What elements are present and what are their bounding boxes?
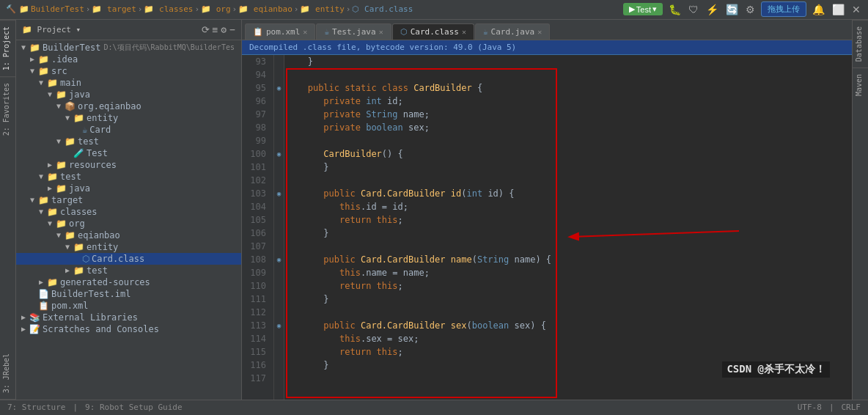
card-java-icon: ☕ (483, 27, 488, 37)
tree-item-org[interactable]: ▼ 📁 org (16, 218, 241, 229)
code-line-109: this.name = name; (292, 266, 852, 279)
tree-item-entity2[interactable]: ▼ 📁 entity (16, 241, 241, 253)
sidebar-header: 📁 Project ▾ ⟳ ≡ ⚙ − (16, 20, 241, 40)
code-line-97: private String name; (292, 108, 852, 121)
watermark: CSDN @杀手不太冷！ (722, 361, 830, 378)
test-java-icon: ☕ (324, 27, 329, 37)
status-line-sep: | (829, 403, 834, 412)
tree-item-src[interactable]: ▼ 📁 src (16, 65, 241, 77)
tab-pom-close[interactable]: ✕ (303, 28, 307, 36)
decompile-info-text: Decompiled .class file, bytecode version… (249, 43, 516, 52)
right-tab-database[interactable]: Database (853, 20, 868, 67)
tree-item-iml[interactable]: ▶ 📄 BuilderTest.iml (16, 288, 241, 300)
tree-item-test-src[interactable]: ▼ 📁 test (16, 136, 241, 147)
close-window-button[interactable]: ✕ (850, 2, 862, 17)
code-line-115: return this; (292, 345, 852, 359)
debug-button[interactable]: 🐛 (667, 2, 683, 17)
code-line-107 (292, 240, 852, 253)
tree-item-scratches[interactable]: ▶ 📝 Scratches and Consoles (16, 323, 241, 335)
tab-card-java-close[interactable]: ✕ (537, 28, 542, 36)
tree-item-ext-libs[interactable]: ▶ 📚 External Libraries (16, 312, 241, 323)
upload-button[interactable]: 拖拽上传 (761, 1, 806, 17)
vtab-jrebel[interactable]: 3: JRebel (0, 348, 15, 400)
tree-item-Test-java[interactable]: ▶ 🧪 Test (16, 147, 241, 159)
tab-card-class-label: Card.class (411, 27, 459, 37)
tree-item-target[interactable]: ▼ 📁 target (16, 194, 241, 206)
vtab-favorites[interactable]: 2: Favorites (0, 76, 15, 142)
code-line-99 (292, 134, 852, 147)
tab-test-close[interactable]: ✕ (379, 28, 383, 36)
sync-icon[interactable]: ⟳ (202, 24, 210, 35)
sidebar-title: 📁 Project ▾ (22, 25, 199, 34)
coverage-button[interactable]: 🛡 (687, 2, 700, 17)
sidebar-action-icons: ⟳ ≡ ⚙ − (202, 24, 235, 35)
vtab-structure[interactable]: 7: Structure (7, 403, 65, 412)
tree-item-main[interactable]: ▼ 📁 main (16, 77, 241, 89)
top-toolbar: 🔨 📁 BuilderTest › 📁 target › 📁 classes ›… (0, 0, 868, 20)
decompile-info-bar: Decompiled .class file, bytecode version… (242, 40, 852, 55)
card-class-icon: ⬡ (400, 27, 408, 37)
tree-item-test2[interactable]: ▶ 📁 test (16, 265, 241, 276)
code-line-95: public static class CardBuilder { (292, 81, 852, 95)
app-container: 🔨 📁 BuilderTest › 📁 target › 📁 classes ›… (0, 0, 868, 415)
code-line-105: return this; (292, 213, 852, 227)
vtab-robot[interactable]: 9: Robot Setup Guide (85, 403, 182, 412)
vtab-project[interactable]: 1: Project (0, 20, 15, 76)
code-line-104: this.id = id; (292, 200, 852, 213)
tree-item-test-src2[interactable]: ▼ 📁 test (16, 171, 241, 183)
tree-item-card-class[interactable]: ▶ ⬡ Card.class (16, 253, 241, 265)
tree-item-resources[interactable]: ▶ 📁 resources (16, 159, 241, 171)
code-editor[interactable]: 93 94 95 96 97 98 99 100 101 102 103 104… (242, 55, 852, 400)
tree-item-java2[interactable]: ▶ 📁 java (16, 183, 241, 194)
code-line-102 (292, 174, 852, 187)
notifications-button[interactable]: 🔔 (811, 2, 826, 17)
breadcrumb: 📁 BuilderTest › 📁 target › 📁 classes › 📁… (19, 4, 620, 14)
code-line-93: } (292, 55, 852, 68)
code-line-110: return this; (292, 279, 852, 293)
code-line-111: } (292, 293, 852, 306)
code-line-94 (292, 68, 852, 81)
code-line-101: } (292, 161, 852, 174)
tab-card-java[interactable]: ☕ Card.java ✕ (475, 23, 550, 40)
status-bar: 7: Structure | 9: Robot Setup Guide UTF-… (0, 400, 868, 415)
tree-item-entity[interactable]: ▼ 📁 entity (16, 112, 241, 124)
line-numbers: 93 94 95 96 97 98 99 100 101 102 103 104… (242, 55, 274, 400)
profile-button[interactable]: ⚡ (705, 2, 720, 17)
tab-card-class[interactable]: ⬡ Card.class ✕ (392, 23, 474, 40)
code-line-108: public Card.CardBuilder name(String name… (292, 253, 852, 266)
code-line-106: } (292, 227, 852, 240)
tree-item-pom[interactable]: ▶ 📋 pom.xml (16, 300, 241, 312)
code-line-96: private int id; (292, 95, 852, 108)
status-separator: | (73, 403, 78, 412)
close-sidebar-icon[interactable]: − (229, 24, 235, 35)
gear-icon[interactable]: ⚙ (221, 24, 227, 35)
reload-button[interactable]: 🔄 (724, 2, 740, 17)
code-line-100: CardBuilder() { (292, 147, 852, 161)
toolbar-actions: ▶ Test ▾ 🐛 🛡 ⚡ 🔄 ⚙ 拖拽上传 🔔 ⬜ ✕ (623, 1, 862, 17)
code-content[interactable]: } public static class CardBuilder { priv… (284, 55, 852, 400)
tab-test-label: Test.java (332, 27, 376, 37)
tree-item-buildertest[interactable]: ▼ 📁 BuilderTest D:\项目代码\RabbitMQ\Builder… (16, 42, 241, 54)
collapse-icon[interactable]: ≡ (213, 24, 218, 35)
tab-pom[interactable]: 📋 pom.xml ✕ (245, 23, 315, 40)
tree-item-org-eqianbao[interactable]: ▼ 📦 org.eqianbao (16, 100, 241, 112)
app-logo: 🔨 (6, 4, 16, 14)
settings-button[interactable]: ⚙ (744, 2, 757, 17)
tree-item-classes[interactable]: ▼ 📁 classes (16, 206, 241, 218)
code-line-98: private boolean sex; (292, 121, 852, 134)
project-tree: ▼ 📁 BuilderTest D:\项目代码\RabbitMQ\Builder… (16, 40, 241, 400)
right-panel: Database Maven (852, 20, 868, 400)
tree-item-java[interactable]: ▼ 📁 java (16, 89, 241, 100)
tab-test-java[interactable]: ☕ Test.java ✕ (316, 23, 391, 40)
run-button[interactable]: ▶ Test ▾ (623, 3, 663, 15)
code-line-103: public Card.CardBuilder id(int id) { (292, 187, 852, 200)
tree-item-generated-sources[interactable]: ▶ 📁 generated-sources (16, 276, 241, 288)
project-sidebar: 📁 Project ▾ ⟳ ≡ ⚙ − ▼ 📁 BuilderTest D:\项… (16, 20, 242, 400)
right-tab-maven[interactable]: Maven (853, 67, 868, 102)
maximize-button[interactable]: ⬜ (831, 2, 846, 17)
editor-tab-bar: 📋 pom.xml ✕ ☕ Test.java ✕ ⬡ Card.class ✕… (242, 20, 852, 40)
tab-card-class-close[interactable]: ✕ (462, 28, 466, 36)
tree-item-card-java[interactable]: ▶ ☕ Card (16, 124, 241, 136)
tree-item-eqianbao[interactable]: ▼ 📁 eqianbao (16, 229, 241, 241)
tree-item-idea[interactable]: ▶ 📁 .idea (16, 54, 241, 65)
